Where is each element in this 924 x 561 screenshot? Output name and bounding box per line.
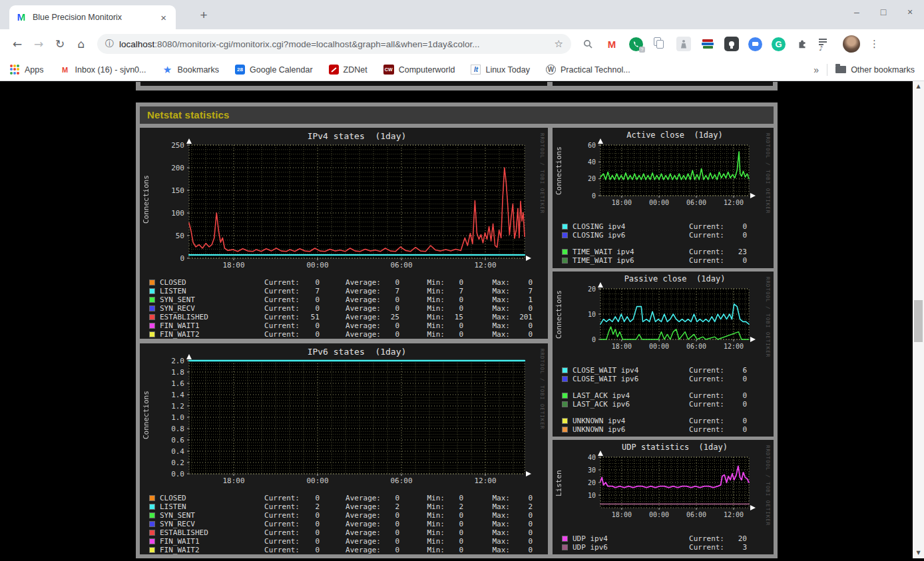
browser-tab[interactable]: M Blue Precision Monitorix × xyxy=(9,5,176,29)
svg-text:Active close (1day): Active close (1day) xyxy=(626,130,723,140)
forward-button[interactable]: → xyxy=(28,33,49,55)
legend-stat-label: Current: xyxy=(253,546,300,554)
bookmark-apps[interactable]: Apps xyxy=(9,65,44,75)
legend-stat-value: 0 xyxy=(510,321,533,330)
bookmark-computerworld[interactable]: CW Computerworld xyxy=(383,65,455,75)
legend-swatch xyxy=(562,418,568,424)
legend-stat-value: 0 xyxy=(445,295,463,304)
y-axis-label: Listen xyxy=(555,441,563,525)
close-button[interactable]: × xyxy=(905,7,915,17)
svg-text:0: 0 xyxy=(592,336,596,343)
bookmark-practical-technology[interactable]: W Practical Technol... xyxy=(546,65,630,75)
legend-series-name: LAST_ACK ipv4 xyxy=(573,391,672,400)
bookmark-bookmarks[interactable]: ★ Bookmarks xyxy=(162,65,220,75)
new-tab-button[interactable]: + xyxy=(194,7,213,25)
browser-menu-icon[interactable]: ⋮ xyxy=(869,38,879,50)
back-button[interactable]: ← xyxy=(7,33,28,55)
bookmark-zdnet[interactable]: ZDNet xyxy=(329,65,367,75)
legend-stat-value: 0 xyxy=(445,528,463,537)
browser-window: M Blue Precision Monitorix × + – □ × ← →… xyxy=(0,0,924,561)
legend-stat-label: Max: xyxy=(463,313,510,321)
active-close-legend: CLOSING ipv4Current:0CLOSING ipv6Current… xyxy=(553,222,774,265)
bookmark-google-calendar[interactable]: 28 Google Calendar xyxy=(235,65,313,75)
profile-avatar[interactable] xyxy=(843,35,860,53)
legend-swatch xyxy=(149,504,155,510)
tab-close-icon[interactable]: × xyxy=(158,12,169,23)
legend-series-name: UNKNOWN ipv6 xyxy=(573,425,672,434)
udp-statistics-chart: 1020304018:0000:0006:0012:00UDP statisti… xyxy=(553,441,772,528)
active-close-chart: 020406018:0000:0006:0012:00Active close … xyxy=(553,129,772,216)
grammarly-icon[interactable]: G xyxy=(772,37,786,51)
legend-swatch xyxy=(562,401,568,407)
video-camera-icon[interactable] xyxy=(748,37,762,51)
legend-series-name: LISTEN xyxy=(160,502,253,511)
playlist-icon[interactable]: ♪ xyxy=(819,37,833,51)
voice-phone-icon[interactable]: ? xyxy=(628,37,643,51)
legend-stat-value: 0 xyxy=(724,417,747,425)
legend-row: UDP ipv6Current:3 xyxy=(562,543,774,552)
legend-row: SYN_RECVCurrent:0Average:0Min:0Max:0 xyxy=(149,520,548,528)
bookmark-star-icon[interactable]: ☆ xyxy=(555,38,563,50)
svg-text:06:00: 06:00 xyxy=(390,476,412,485)
bookmarks-overflow-icon[interactable]: » xyxy=(813,65,819,75)
home-button[interactable]: ⌂ xyxy=(71,33,92,55)
legend-series-name: UNKNOWN ipv4 xyxy=(573,417,672,425)
legend-stat-label: Min: xyxy=(399,494,445,502)
other-bookmarks[interactable]: Other bookmarks xyxy=(835,65,915,75)
legend-stat-value: 6 xyxy=(724,366,747,375)
scroll-down-arrow[interactable]: ▼ xyxy=(913,548,924,558)
legend-stat-label: Max: xyxy=(463,304,510,313)
svg-text:0: 0 xyxy=(180,254,184,263)
lightbulb-icon[interactable] xyxy=(724,37,739,51)
legend-stat-label: Min: xyxy=(399,502,445,511)
url-text[interactable]: localhost:8080/monitorix-cgi/monitorix.c… xyxy=(119,39,549,49)
extensions-puzzle-icon[interactable] xyxy=(795,37,809,51)
search-icon[interactable] xyxy=(580,37,595,51)
copy-pages-icon[interactable] xyxy=(652,37,667,51)
legend-row: SYN_SENTCurrent:0Average:0Min:0Max:1 xyxy=(149,295,548,304)
bookmark-inbox[interactable]: M Inbox (16) - sjvn0... xyxy=(60,65,146,75)
legend-swatch xyxy=(562,224,568,230)
books-stack-icon[interactable] xyxy=(700,37,715,51)
svg-text:UDP statistics (1day): UDP statistics (1day) xyxy=(622,443,728,452)
legend-stat-value: 0 xyxy=(381,528,399,537)
minimize-button[interactable]: – xyxy=(852,7,861,17)
legend-stat-label: Average: xyxy=(320,278,381,287)
vertical-scrollbar[interactable]: ▲ ▼ xyxy=(913,81,924,558)
legend-swatch xyxy=(149,305,155,311)
reload-button[interactable]: ↻ xyxy=(49,33,71,55)
divider xyxy=(827,64,827,76)
legend-swatch xyxy=(562,536,568,542)
url-rest: :8080/monitorix-cgi/monitorix.cgi?mode=l… xyxy=(154,39,479,49)
scrollbar-thumb[interactable] xyxy=(914,300,923,342)
legend-swatch xyxy=(562,249,568,255)
legend-stat-label: Average: xyxy=(320,330,381,339)
svg-text:00:00: 00:00 xyxy=(306,261,328,270)
legend-stat-label: Average: xyxy=(320,313,381,321)
maximize-button[interactable]: □ xyxy=(879,7,888,17)
svg-text:10: 10 xyxy=(588,492,596,499)
scroll-up-arrow[interactable]: ▲ xyxy=(913,81,924,92)
gmail-icon: M xyxy=(60,65,71,75)
svg-text:0.6: 0.6 xyxy=(171,436,184,445)
computerworld-icon: CW xyxy=(383,65,394,75)
legend-stat-label: Current: xyxy=(672,391,724,400)
page-info-icon[interactable]: ⓘ xyxy=(105,38,114,50)
svg-text:18:00: 18:00 xyxy=(612,343,632,350)
y-axis-label: Connections xyxy=(142,129,150,270)
legend-stat-label: Min: xyxy=(399,511,445,520)
gmail-icon[interactable]: M xyxy=(604,37,619,51)
legend-stat-value: 0 xyxy=(381,546,399,554)
svg-text:0.0: 0.0 xyxy=(171,470,184,478)
legend-stat-value: 0 xyxy=(724,375,747,383)
svg-text:12:00: 12:00 xyxy=(724,511,744,518)
legend-stat-value: 15 xyxy=(445,313,463,321)
svg-text:18:00: 18:00 xyxy=(222,476,244,485)
bookmark-linux-today[interactable]: lt Linux Today xyxy=(471,65,530,75)
legend-stat-label: Average: xyxy=(320,528,381,537)
svg-text:150: 150 xyxy=(171,186,184,195)
legend-stat-value: 0 xyxy=(445,321,463,330)
legend-swatch xyxy=(149,288,155,294)
address-bar[interactable]: ⓘ localhost:8080/monitorix-cgi/monitorix… xyxy=(97,34,571,54)
accessibility-icon[interactable] xyxy=(676,37,691,51)
